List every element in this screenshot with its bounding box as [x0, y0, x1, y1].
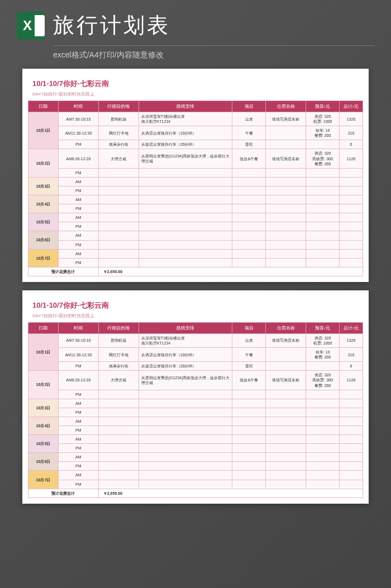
cell-route	[139, 222, 232, 231]
cell-item: 午餐	[232, 348, 266, 362]
sheet-title: 10/1-10/7你好·七彩云南	[32, 300, 359, 310]
cell-time: AM	[58, 213, 98, 222]
date-cell: 10月6日	[28, 231, 59, 249]
cell-hotel: 请填写酒店名称	[266, 371, 306, 390]
cell-item	[232, 195, 266, 204]
cell-hotel	[266, 186, 306, 195]
cell-route	[139, 480, 232, 489]
cell-budget: 酒店: 320高铁票: 300餐费: 200	[306, 371, 340, 390]
cell-hotel	[266, 140, 306, 149]
column-header: 住宿名称	[266, 322, 306, 333]
cell-route	[139, 204, 232, 213]
cell-total	[340, 231, 363, 240]
table-row: 10月4日AM	[28, 195, 363, 204]
cell-route	[139, 186, 232, 195]
travel-plan-table: 日期时间行程目的地路线安排项目住宿名称预算/元总计/元10月1日AM7:30-1…	[28, 322, 363, 498]
cell-budget	[306, 213, 340, 222]
table-row: PM	[28, 426, 363, 435]
cell-item: 逛吃	[232, 362, 266, 371]
cell-item	[232, 213, 266, 222]
cell-hotel	[266, 444, 306, 453]
cell-dest: 网红打卡地	[98, 348, 139, 362]
cell-dest	[98, 426, 139, 435]
cell-total	[340, 480, 363, 489]
column-header: 行程目的地	[98, 101, 139, 112]
cell-hotel	[266, 399, 306, 408]
cell-hotel	[266, 222, 306, 231]
cell-hotel	[266, 348, 306, 362]
cell-dest	[98, 213, 139, 222]
cell-item	[232, 240, 266, 249]
cell-budget	[306, 222, 340, 231]
cell-route	[139, 471, 232, 480]
column-header: 时间	[58, 101, 98, 112]
cell-budget	[306, 231, 340, 240]
cell-time: PM	[58, 140, 98, 149]
cell-hotel	[266, 249, 306, 258]
cell-hotel	[266, 240, 306, 249]
cell-budget	[306, 390, 340, 399]
total-label: 预计花费总计	[28, 267, 99, 276]
table-row: PM	[28, 204, 363, 213]
cell-total	[340, 453, 363, 462]
cell-dest	[98, 480, 139, 489]
table-row: 10月3日AM	[28, 177, 363, 186]
table-row: 10月5日AM	[28, 435, 363, 444]
cell-total	[340, 213, 363, 222]
cell-total: 1120	[340, 149, 363, 168]
cell-budget	[306, 453, 340, 462]
cell-dest	[98, 453, 139, 462]
column-header: 路线安排	[139, 322, 232, 333]
cell-total: 210	[340, 126, 363, 140]
cell-budget	[306, 240, 340, 249]
cell-total	[340, 435, 363, 444]
cell-dest: 昆明机场	[98, 112, 139, 126]
cell-route: 从酒店出发骑自行车（10分钟）	[139, 126, 232, 140]
cell-dest: 昆明机场	[98, 333, 139, 347]
table-row: 10月2日AM8:20-12:20大理古城从昆明出发乘坐(G1234)高铁抵达大…	[28, 371, 363, 390]
cell-budget	[306, 435, 340, 444]
cell-item	[232, 177, 266, 186]
cell-total: 210	[340, 348, 363, 362]
cell-hotel	[266, 417, 306, 426]
cell-hotel	[266, 471, 306, 480]
cell-total	[340, 258, 363, 267]
date-cell: 10月6日	[28, 453, 59, 471]
cell-route	[139, 177, 232, 186]
table-row: PM	[28, 240, 363, 249]
cell-budget: 酒店: 320机票: 1000	[306, 112, 340, 126]
date-cell: 10月1日	[28, 333, 59, 370]
cell-budget	[306, 462, 340, 471]
cell-item: 抵达&午餐	[232, 371, 266, 390]
cell-dest: 南屏步行街	[98, 362, 139, 371]
sheet-subtitle: DAY7自由行/最好的时光在路上	[32, 91, 359, 97]
cell-hotel	[266, 362, 306, 371]
cell-time: AM	[58, 435, 98, 444]
cell-time: PM	[58, 240, 98, 249]
table-row: 10月5日AM	[28, 213, 363, 222]
cell-total	[340, 186, 363, 195]
total-label: 预计花费总计	[28, 489, 99, 498]
cell-time: AM	[58, 417, 98, 426]
cell-dest	[98, 249, 139, 258]
cell-item	[232, 186, 266, 195]
cell-total	[340, 462, 363, 471]
cell-route	[139, 408, 232, 417]
cell-dest: 大理古城	[98, 371, 139, 390]
cell-dest	[98, 258, 139, 267]
cell-dest	[98, 462, 139, 471]
cell-budget	[306, 204, 340, 213]
cell-route	[139, 249, 232, 258]
cell-total: 1320	[340, 112, 363, 126]
cell-item	[232, 204, 266, 213]
cell-item	[232, 222, 266, 231]
cell-route	[139, 462, 232, 471]
cell-hotel	[266, 462, 306, 471]
cell-item	[232, 390, 266, 399]
table-row: PM南屏步行街从饭店出发骑自行车（20分钟）逛吃0	[28, 140, 363, 149]
table-row: 10月3日AM	[28, 399, 363, 408]
cell-route	[139, 213, 232, 222]
cell-time: PM	[58, 204, 98, 213]
cell-item	[232, 399, 266, 408]
total-value: ￥2,650.00	[98, 489, 363, 498]
